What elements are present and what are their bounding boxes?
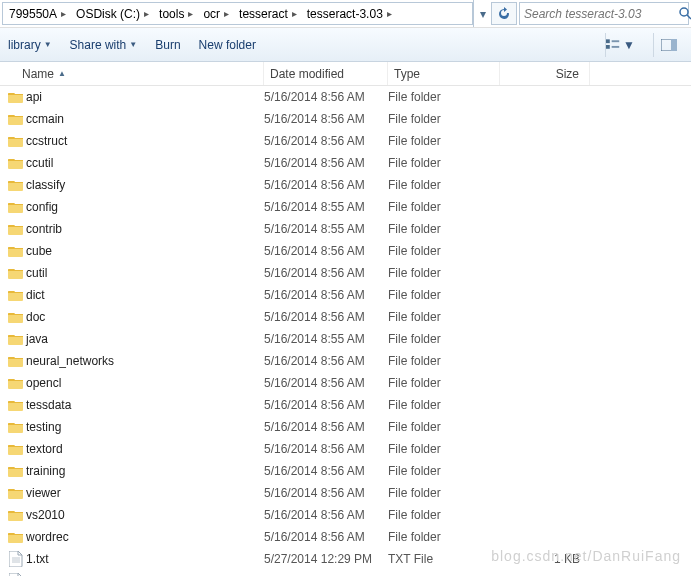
item-name: ccmain xyxy=(24,112,264,126)
item-date: 5/16/2014 8:56 AM xyxy=(264,90,388,104)
command-bar: library ▼ Share with ▼ Burn New folder ▼ xyxy=(0,28,691,62)
breadcrumb-label: OSDisk (C:) xyxy=(76,7,140,21)
share-with-button[interactable]: Share with ▼ xyxy=(70,38,138,52)
item-type: File folder xyxy=(388,508,500,522)
item-date: 5/16/2014 8:56 AM xyxy=(264,530,388,544)
refresh-button[interactable] xyxy=(491,2,517,25)
new-folder-button[interactable]: New folder xyxy=(199,38,256,52)
breadcrumb-segment[interactable]: tesseract▸ xyxy=(233,3,301,24)
breadcrumb-label: tesseract-3.03 xyxy=(307,7,383,21)
item-type: File folder xyxy=(388,442,500,456)
list-item[interactable]: aclocal.m42/5/2014 8:03 AMM4 File338 KB xyxy=(0,570,691,576)
list-item[interactable]: java5/16/2014 8:55 AMFile folder xyxy=(0,328,691,350)
folder-icon xyxy=(8,398,24,412)
file-list[interactable]: api5/16/2014 8:56 AMFile folderccmain5/1… xyxy=(0,86,691,576)
item-icon xyxy=(0,156,24,170)
search-box[interactable] xyxy=(519,2,689,25)
folder-icon xyxy=(8,134,24,148)
breadcrumb-segment[interactable]: tesseract-3.03▸ xyxy=(301,3,396,24)
folder-icon xyxy=(8,508,24,522)
item-icon xyxy=(0,530,24,544)
list-item[interactable]: tessdata5/16/2014 8:56 AMFile folder xyxy=(0,394,691,416)
preview-pane-button[interactable] xyxy=(653,33,683,57)
list-item[interactable]: classify5/16/2014 8:56 AMFile folder xyxy=(0,174,691,196)
list-item[interactable]: ccutil5/16/2014 8:56 AMFile folder xyxy=(0,152,691,174)
breadcrumb-segment[interactable]: tools▸ xyxy=(153,3,197,24)
list-item[interactable]: api5/16/2014 8:56 AMFile folder xyxy=(0,86,691,108)
item-date: 5/16/2014 8:56 AM xyxy=(264,310,388,324)
chevron-down-icon: ▼ xyxy=(129,40,137,49)
item-name: neural_networks xyxy=(24,354,264,368)
list-item[interactable]: cube5/16/2014 8:56 AMFile folder xyxy=(0,240,691,262)
list-item[interactable]: textord5/16/2014 8:56 AMFile folder xyxy=(0,438,691,460)
item-date: 5/16/2014 8:56 AM xyxy=(264,178,388,192)
list-item[interactable]: contrib5/16/2014 8:55 AMFile folder xyxy=(0,218,691,240)
item-date: 5/16/2014 8:56 AM xyxy=(264,486,388,500)
folder-icon xyxy=(8,420,24,434)
item-type: File folder xyxy=(388,354,500,368)
list-item[interactable]: cutil5/16/2014 8:56 AMFile folder xyxy=(0,262,691,284)
include-in-library-button[interactable]: library ▼ xyxy=(8,38,52,52)
column-type[interactable]: Type xyxy=(388,62,500,85)
item-date: 5/16/2014 8:56 AM xyxy=(264,156,388,170)
svg-point-0 xyxy=(680,8,688,16)
item-type: File folder xyxy=(388,332,500,346)
svg-rect-4 xyxy=(612,40,620,42)
item-date: 5/16/2014 8:56 AM xyxy=(264,266,388,280)
item-name: tessdata xyxy=(24,398,264,412)
item-date: 5/16/2014 8:56 AM xyxy=(264,134,388,148)
breadcrumb-segment[interactable]: ocr▸ xyxy=(197,3,233,24)
item-date: 5/16/2014 8:56 AM xyxy=(264,376,388,390)
list-item[interactable]: dict5/16/2014 8:56 AMFile folder xyxy=(0,284,691,306)
item-type: File folder xyxy=(388,156,500,170)
column-name[interactable]: Name▲ xyxy=(0,62,264,85)
column-size[interactable]: Size xyxy=(500,62,590,85)
item-icon xyxy=(0,508,24,522)
item-icon xyxy=(0,551,24,567)
item-type: File folder xyxy=(388,288,500,302)
item-icon xyxy=(0,464,24,478)
item-date: 5/16/2014 8:56 AM xyxy=(264,288,388,302)
item-date: 5/16/2014 8:56 AM xyxy=(264,508,388,522)
item-icon xyxy=(0,112,24,126)
view-options-button[interactable]: ▼ xyxy=(605,33,635,57)
item-name: vs2010 xyxy=(24,508,264,522)
list-item[interactable]: doc5/16/2014 8:56 AMFile folder xyxy=(0,306,691,328)
breadcrumb-segment[interactable]: 799550A▸ xyxy=(3,3,70,24)
item-name: 1.txt xyxy=(24,552,264,566)
list-item[interactable]: testing5/16/2014 8:56 AMFile folder xyxy=(0,416,691,438)
item-name: ccutil xyxy=(24,156,264,170)
burn-button[interactable]: Burn xyxy=(155,38,180,52)
list-item[interactable]: opencl5/16/2014 8:56 AMFile folder xyxy=(0,372,691,394)
item-icon xyxy=(0,486,24,500)
list-item[interactable]: wordrec5/16/2014 8:56 AMFile folder xyxy=(0,526,691,548)
column-date[interactable]: Date modified xyxy=(264,62,388,85)
chevron-right-icon: ▸ xyxy=(292,8,297,19)
search-input[interactable] xyxy=(520,7,679,21)
list-item[interactable]: training5/16/2014 8:56 AMFile folder xyxy=(0,460,691,482)
breadcrumb-segment[interactable]: OSDisk (C:)▸ xyxy=(70,3,153,24)
breadcrumb[interactable]: 799550A▸OSDisk (C:)▸tools▸ocr▸tesseract▸… xyxy=(2,2,473,25)
breadcrumb-label: tesseract xyxy=(239,7,288,21)
item-type: File folder xyxy=(388,464,500,478)
search-icon[interactable] xyxy=(679,7,691,20)
svg-rect-2 xyxy=(606,39,610,43)
list-item[interactable]: config5/16/2014 8:55 AMFile folder xyxy=(0,196,691,218)
item-icon xyxy=(0,442,24,456)
folder-icon xyxy=(8,310,24,324)
address-dropdown[interactable]: ▾ xyxy=(473,0,491,27)
chevron-right-icon: ▸ xyxy=(61,8,66,19)
item-icon xyxy=(0,354,24,368)
list-item[interactable]: neural_networks5/16/2014 8:56 AMFile fol… xyxy=(0,350,691,372)
list-item[interactable]: vs20105/16/2014 8:56 AMFile folder xyxy=(0,504,691,526)
list-item[interactable]: 1.txt5/27/2014 12:29 PMTXT File1 KB xyxy=(0,548,691,570)
list-item[interactable]: ccmain5/16/2014 8:56 AMFile folder xyxy=(0,108,691,130)
list-item[interactable]: viewer5/16/2014 8:56 AMFile folder xyxy=(0,482,691,504)
folder-icon xyxy=(8,112,24,126)
item-name: opencl xyxy=(24,376,264,390)
address-bar: 799550A▸OSDisk (C:)▸tools▸ocr▸tesseract▸… xyxy=(0,0,691,28)
item-icon xyxy=(0,222,24,236)
item-name: viewer xyxy=(24,486,264,500)
item-icon xyxy=(0,376,24,390)
list-item[interactable]: ccstruct5/16/2014 8:56 AMFile folder xyxy=(0,130,691,152)
